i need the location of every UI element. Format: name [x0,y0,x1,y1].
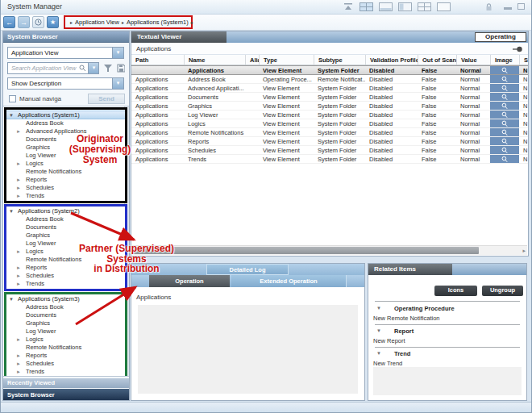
tree-collapsed-icon[interactable]: ► [16,176,21,184]
table-row[interactable]: ApplicationsTrendsView ElementSystem Fol… [131,155,528,164]
tree-collapsed-icon[interactable]: ► [16,336,21,344]
view-dropdown[interactable]: Application View ▼ [7,47,124,59]
tab-extended-operation[interactable]: Extended Operation [231,275,347,287]
image-cell[interactable] [490,66,519,74]
forward-button[interactable]: → [18,16,30,28]
table-row[interactable]: ApplicationsGraphicsView ElementSystem F… [131,102,528,111]
back-button[interactable]: ← [3,16,15,28]
tree-node[interactable]: ►Advanced Applications [6,127,125,136]
related-group-header[interactable]: ▼Report [368,327,526,337]
column-header[interactable]: Path [131,55,184,65]
tab-operation[interactable]: Operation [149,275,230,287]
tree-node[interactable]: Documents [6,136,125,144]
tree-node[interactable]: Graphics [6,319,125,327]
recently-viewed-header[interactable]: Recently Viewed [3,378,129,388]
tree-node[interactable]: ►Reports [6,264,125,272]
tree-collapsed-icon[interactable]: ► [16,264,21,272]
tree-node[interactable]: ►Reports [6,176,125,184]
related-group-header[interactable]: ▼Operating Procedure [368,304,526,315]
layout-grid-icon[interactable] [360,2,373,11]
ungroup-button[interactable]: Ungroup [482,286,523,296]
tree-node[interactable]: Remote Notifications [6,344,125,352]
group-expanded-icon[interactable]: ▼ [376,306,381,311]
chevron-down-icon[interactable]: ▼ [88,63,98,73]
tree-node[interactable]: Log Viewer [6,327,125,336]
tree-collapsed-icon[interactable]: ► [16,184,21,192]
tree-node[interactable]: ►Schedules [6,272,125,280]
breadcrumb[interactable]: ▸Application View▸Applications (System1)… [64,15,193,29]
image-cell[interactable] [490,111,519,119]
scrollbar-thumb[interactable] [132,247,479,254]
favorites-star-icon[interactable]: ★ [47,16,59,28]
tree-collapsed-icon[interactable]: ► [16,360,21,368]
operating-mode-badge[interactable]: Operating [475,32,526,42]
tree-collapsed-icon[interactable]: ► [16,272,21,280]
image-cell[interactable] [490,119,519,127]
layout-left-icon[interactable] [398,2,412,11]
tree-node[interactable]: ►Trends [6,192,125,200]
tree-node-header[interactable]: ▼Applications (System1) [6,111,125,119]
image-cell[interactable] [490,93,519,101]
tree-node[interactable]: Log Viewer [6,240,125,248]
tree-expanded-icon[interactable]: ▼ [9,111,14,119]
image-cell[interactable] [490,75,519,83]
table-row[interactable]: ApplicationsSchedulesView ElementSystem … [131,146,528,155]
scroll-right-icon[interactable]: ▸ [522,248,526,254]
tree-node-header[interactable]: ▼Applications (System2) [6,207,125,215]
column-header[interactable]: Image [490,55,519,65]
tree-node[interactable]: Log Viewer [6,152,125,160]
layout-bottom-icon[interactable] [379,2,393,11]
tree-node[interactable]: ►Logics [6,248,125,256]
table-row[interactable]: ApplicationsReportsView ElementSystem Fo… [131,137,528,146]
related-item[interactable]: New Remote Notification [368,315,526,323]
tab-related-items[interactable]: Related Items [368,264,452,275]
tree-collapsed-icon[interactable]: ► [16,352,21,360]
related-group-header[interactable]: ▼Trend [368,349,526,360]
tree-collapsed-icon[interactable]: ► [16,160,21,168]
tree-node[interactable]: Documents [6,223,125,232]
tree-node[interactable]: Graphics [6,144,125,152]
table-row[interactable]: ApplicationsLogicsView ElementSystem Fol… [131,119,528,128]
pin-icon[interactable] [513,46,522,52]
icons-button[interactable]: Icons [434,286,477,296]
tree-collapsed-icon[interactable]: ► [16,127,21,136]
tab-textual-viewer[interactable]: Textual Viewer [131,31,227,43]
tree-node[interactable]: ►Trends [6,368,125,376]
table-row[interactable]: ApplicationsLog ViewerView ElementSystem… [131,111,528,119]
operation-log-area[interactable] [138,305,358,394]
chevron-down-icon[interactable]: ▼ [112,48,123,58]
system-browser-footer-header[interactable]: System Browser [3,389,129,400]
layout-single-icon[interactable] [437,2,451,11]
related-item[interactable]: New Report [368,337,526,346]
search-input[interactable]: Search Application View ▼ [7,62,99,74]
tree-collapsed-icon[interactable]: ► [16,192,21,200]
tree-node-header[interactable]: ▼Applications (System3) [6,295,125,303]
column-header[interactable]: Subtype [314,55,365,65]
minimize-button[interactable] [504,7,512,10]
table-row[interactable]: ApplicationsRemote NotificationsView Ele… [131,128,528,137]
column-header[interactable]: Out of Scan [418,55,456,65]
tree-collapsed-icon[interactable]: ► [16,368,21,376]
table-row[interactable]: ApplicationsAddress BookOperating Proce.… [131,75,528,84]
breadcrumb-segment[interactable]: Applications (System1) [127,19,189,26]
manual-navigation-checkbox[interactable] [9,95,16,102]
tree-collapsed-icon[interactable]: ► [16,248,21,256]
collapse-top-icon[interactable] [343,2,354,11]
maximize-button[interactable] [517,3,525,10]
tree-collapsed-icon[interactable]: ► [16,280,21,288]
chevron-down-icon[interactable]: ▼ [112,78,123,89]
filter-icon[interactable] [103,64,112,73]
search-icon[interactable] [79,65,86,72]
image-cell[interactable] [490,84,519,92]
image-cell[interactable] [490,128,519,136]
column-header[interactable]: Type [259,55,314,65]
layout-quad-icon[interactable] [418,2,431,11]
column-header[interactable]: Name [184,55,245,65]
tree-node[interactable]: Remote Notifications [6,168,125,176]
tree-node[interactable]: Address Book [6,215,125,223]
table-row[interactable]: ApplicationsDocumentsView ElementSystem … [131,93,528,102]
tree-node[interactable]: Address Book [6,119,125,127]
image-cell[interactable] [490,102,519,110]
image-cell[interactable] [490,146,519,154]
breadcrumb-segment[interactable]: Application View [75,19,119,26]
